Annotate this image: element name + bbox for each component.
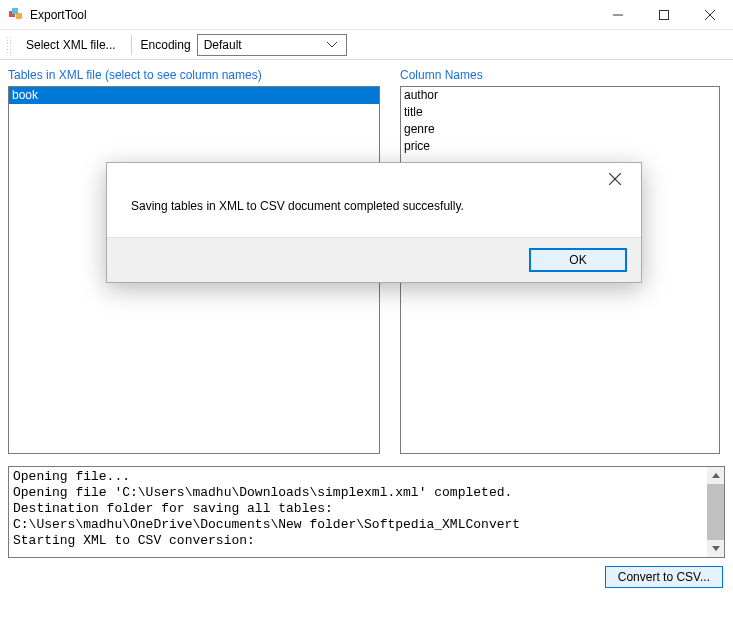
log-scrollbar[interactable] bbox=[707, 467, 724, 557]
toolbar-separator bbox=[131, 35, 132, 55]
columns-header: Column Names bbox=[400, 68, 725, 82]
maximize-button[interactable] bbox=[641, 0, 687, 30]
window-title: ExportTool bbox=[30, 8, 87, 22]
list-item[interactable]: genre bbox=[401, 121, 719, 138]
log-panel: Opening file... Opening file 'C:\Users\m… bbox=[8, 466, 725, 558]
encoding-value: Default bbox=[204, 38, 324, 52]
svg-rect-2 bbox=[12, 8, 18, 14]
scroll-up-button[interactable] bbox=[707, 467, 724, 484]
encoding-label: Encoding bbox=[141, 38, 191, 52]
scroll-thumb[interactable] bbox=[707, 484, 724, 540]
app-icon bbox=[8, 7, 24, 23]
toolbar-grip bbox=[6, 36, 12, 54]
toolbar: Select XML file... Encoding Default bbox=[0, 30, 733, 60]
list-item[interactable]: book bbox=[9, 87, 379, 104]
convert-to-csv-button[interactable]: Convert to CSV... bbox=[605, 566, 723, 588]
chevron-down-icon bbox=[324, 42, 340, 48]
close-button[interactable] bbox=[687, 0, 733, 30]
ok-button[interactable]: OK bbox=[529, 248, 627, 272]
select-xml-file-button[interactable]: Select XML file... bbox=[20, 36, 122, 54]
list-item[interactable]: price bbox=[401, 138, 719, 155]
scroll-down-button[interactable] bbox=[707, 540, 724, 557]
log-text: Opening file... Opening file 'C:\Users\m… bbox=[9, 467, 707, 557]
list-item[interactable]: title bbox=[401, 104, 719, 121]
svg-rect-4 bbox=[660, 10, 669, 19]
tables-header: Tables in XML file (select to see column… bbox=[8, 68, 380, 82]
titlebar: ExportTool bbox=[0, 0, 733, 30]
encoding-combobox[interactable]: Default bbox=[197, 34, 347, 56]
completion-dialog: Saving tables in XML to CSV document com… bbox=[106, 162, 642, 283]
dialog-close-button[interactable] bbox=[595, 165, 635, 193]
list-item[interactable]: author bbox=[401, 87, 719, 104]
dialog-message: Saving tables in XML to CSV document com… bbox=[131, 199, 617, 213]
minimize-button[interactable] bbox=[595, 0, 641, 30]
